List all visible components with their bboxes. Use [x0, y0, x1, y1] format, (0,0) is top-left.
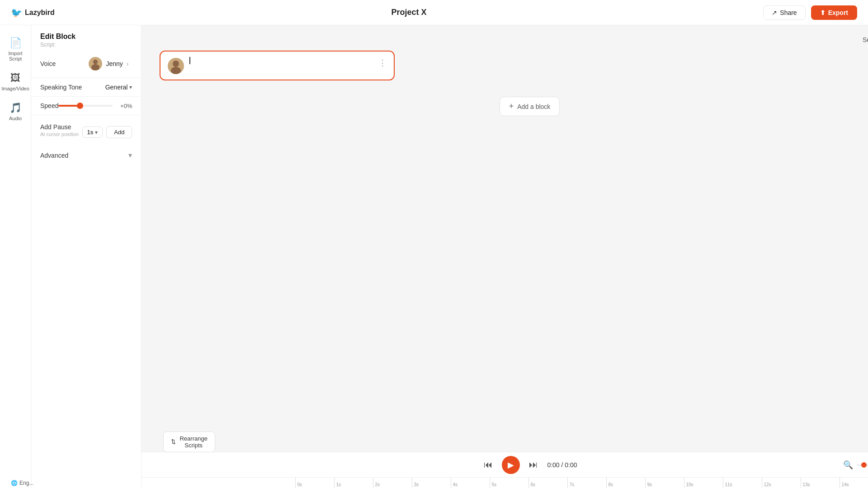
cursor-blink — [189, 57, 190, 64]
rearrange-icon: ⇅ — [171, 438, 176, 445]
advanced-row[interactable]: Advanced ▾ — [40, 151, 132, 160]
block-menu-button[interactable]: ⋮ — [378, 58, 387, 68]
edit-panel: Edit Block Script: Voice Jenny › Speakin… — [31, 25, 142, 488]
timeline-mark: 10s — [684, 478, 723, 488]
timeline-mark: 13s — [801, 478, 840, 488]
transport-controls: ⏮ ▶ ⏭ 0:00 / 0:00 — [482, 456, 577, 474]
time-total: 0:00 — [565, 461, 577, 469]
svg-point-4 — [173, 61, 179, 67]
top-bar: 🐦 Lazybird Project X ↗ Share ⬆ Export — [0, 0, 868, 25]
block-editor[interactable]: ⋮ — [160, 51, 395, 80]
add-block-label: Add a block — [517, 103, 550, 110]
zoom-slider[interactable] — [857, 464, 868, 466]
sidebar-icons: 📄 Import Script 🖼 Image/Video 🎵 Audio — [0, 25, 31, 488]
import-script-icon: 📄 — [9, 37, 22, 49]
top-bar-left: 🐦 Lazybird — [11, 7, 55, 18]
timeline-mark: 8s — [606, 478, 645, 488]
image-video-icon: 🖼 — [10, 72, 20, 84]
speaking-tone-label: Speaking Tone — [40, 84, 82, 91]
skip-back-button[interactable]: ⏮ — [482, 458, 495, 472]
rearrange-scripts-button[interactable]: ⇅ Rearrange Scripts — [163, 432, 215, 452]
block-avatar — [168, 58, 184, 74]
voice-name: Jenny — [106, 60, 123, 67]
edit-panel-header: Edit Block Script: — [31, 25, 141, 50]
play-button[interactable]: ▶ — [502, 456, 520, 474]
speaking-tone-section: Speaking Tone General ▾ — [31, 78, 141, 97]
svg-point-5 — [171, 67, 181, 74]
advanced-section: Advanced ▾ — [31, 145, 141, 166]
pause-duration-selector[interactable]: 1s ▾ — [82, 127, 103, 138]
timeline-mark: 3s — [412, 478, 451, 488]
pause-duration-chevron-down-icon: ▾ — [95, 129, 98, 136]
language-label: Eng... — [19, 480, 33, 486]
logo-icon: 🐦 — [11, 7, 22, 18]
time-current: 0:00 — [547, 461, 559, 469]
transport-right: 🔍 🔎 — [843, 460, 868, 470]
svg-point-3 — [91, 64, 99, 70]
timeline-mark: 5s — [490, 478, 528, 488]
timeline-mark: 4s — [451, 478, 490, 488]
tone-value: General — [105, 84, 128, 91]
add-pause-text: Add Pause At cursor position — [40, 123, 79, 137]
speed-row: Speed +0% — [40, 102, 132, 109]
globe-icon: 🌐 — [11, 480, 18, 486]
timeline-mark: 7s — [567, 478, 606, 488]
edit-panel-subtitle: Script: — [40, 42, 132, 48]
block-text-input[interactable] — [189, 57, 373, 73]
voice-section: Voice Jenny › — [31, 50, 141, 78]
add-pause-button[interactable]: Add — [106, 126, 132, 138]
timeline-mark: 2s — [373, 478, 412, 488]
voice-row: Voice Jenny › — [40, 55, 132, 72]
zoom-slider-thumb — [861, 462, 867, 468]
sidebar-label-import: Import Script — [4, 51, 27, 61]
transport-row: ⇅ Rearrange Scripts ⏮ ▶ ⏭ 0:00 / 0:00 — [142, 452, 868, 477]
zoom-out-button[interactable]: 🔍 — [843, 460, 853, 470]
audio-icon: 🎵 — [9, 102, 22, 114]
select-all-label: Select All — [863, 36, 868, 43]
voice-selector[interactable]: Jenny › — [85, 55, 132, 72]
logo: 🐦 Lazybird — [11, 7, 55, 18]
timeline-mark: 14s — [840, 478, 868, 488]
add-pause-label: Add Pause — [40, 123, 79, 131]
timeline-mark: 9s — [645, 478, 684, 488]
speed-slider[interactable] — [58, 105, 113, 107]
speed-slider-thumb[interactable] — [77, 103, 83, 109]
export-icon: ⬆ — [820, 9, 826, 16]
svg-point-2 — [93, 60, 98, 64]
timeline-mark: 0s — [295, 478, 334, 488]
advanced-label: Advanced — [40, 152, 68, 159]
speed-value: +0% — [116, 103, 132, 109]
sidebar-item-audio[interactable]: 🎵 Audio — [0, 98, 31, 126]
top-bar-right: ↗ Share ⬆ Export — [763, 5, 857, 20]
tone-selector[interactable]: General ▾ — [105, 84, 132, 91]
select-all-row: Select All — [160, 36, 868, 43]
share-button[interactable]: ↗ Share — [763, 5, 805, 20]
timeline-mark: 6s — [528, 478, 567, 488]
sidebar-item-image-video[interactable]: 🖼 Image/Video — [0, 68, 31, 96]
export-button[interactable]: ⬆ Export — [811, 5, 857, 20]
voice-label: Voice — [40, 60, 56, 67]
skip-forward-button[interactable]: ⏭ — [527, 458, 540, 472]
add-block-plus-icon: + — [509, 102, 514, 111]
time-display: 0:00 / 0:00 — [547, 461, 577, 469]
timeline-mark: 1s — [334, 478, 373, 488]
speed-label: Speed — [40, 102, 58, 109]
timeline-marks: 0s1s2s3s4s5s6s7s8s9s10s11s12s13s14s15s — [295, 478, 868, 488]
main-layout: 📄 Import Script 🖼 Image/Video 🎵 Audio Ed… — [0, 25, 868, 488]
add-block-button[interactable]: + Add a block — [500, 97, 560, 116]
timeline-mark: 11s — [723, 478, 762, 488]
voice-chevron-right-icon: › — [127, 60, 129, 67]
sidebar-label-audio: Audio — [9, 116, 22, 121]
project-title: Project X — [392, 8, 427, 17]
bottom-bar: ⇅ Rearrange Scripts ⏮ ▶ ⏭ 0:00 / 0:00 — [142, 452, 868, 488]
sidebar-label-image: Image/Video — [1, 86, 29, 91]
language-selector[interactable]: 🌐 Eng... — [11, 480, 33, 486]
logo-text: Lazybird — [25, 9, 55, 17]
pause-duration-value: 1s — [87, 129, 94, 136]
content-area: Select All ⋮ + Add a block — [142, 25, 868, 452]
share-icon: ↗ — [772, 9, 777, 16]
rearrange-label: Rearrange Scripts — [179, 435, 207, 449]
add-pause-section: Add Pause At cursor position 1s ▾ Add — [31, 115, 141, 145]
add-pause-header: Add Pause At cursor position 1s ▾ Add — [40, 122, 132, 138]
sidebar-item-import-script[interactable]: 📄 Import Script — [0, 33, 31, 66]
